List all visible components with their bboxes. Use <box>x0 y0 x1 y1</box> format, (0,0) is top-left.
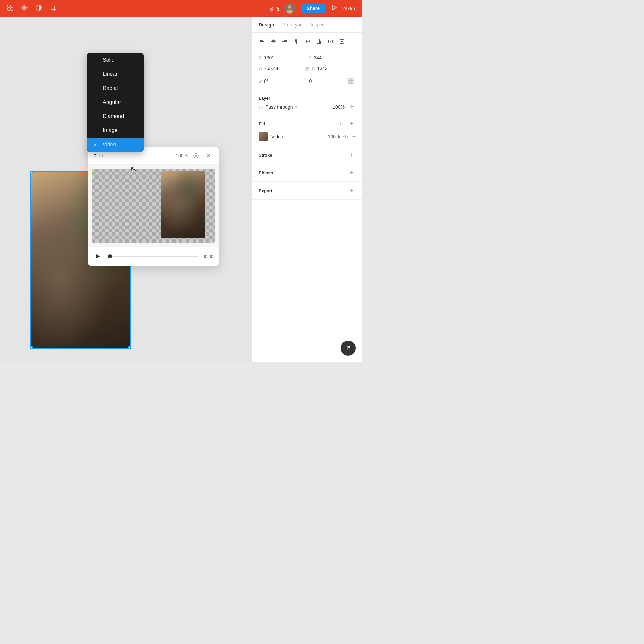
fill-circle-icon[interactable] <box>191 151 201 160</box>
svg-rect-40 <box>330 41 331 42</box>
layer-mode-caret-icon: ∨ <box>294 105 297 109</box>
angle-value[interactable]: 0° <box>264 78 301 84</box>
dropdown-label-solid: Solid <box>103 57 115 63</box>
svg-rect-15 <box>260 41 264 42</box>
svg-point-12 <box>195 155 197 157</box>
x-value[interactable]: 1301 <box>264 55 306 60</box>
svg-rect-29 <box>294 39 298 39</box>
fill-visibility-button[interactable]: 👁 <box>343 133 348 140</box>
align-top-button[interactable] <box>291 37 301 46</box>
dropdown-item-linear[interactable]: Linear <box>87 67 144 81</box>
fill-panel: Solid Linear Radial Angular Diamond Imag… <box>88 147 219 266</box>
y-value[interactable]: 344 <box>314 55 356 60</box>
layer-opacity-value[interactable]: 100% <box>333 104 345 110</box>
w-value[interactable]: 755.44 <box>264 66 303 71</box>
headphone-icon[interactable] <box>270 4 279 13</box>
play-button[interactable] <box>93 252 103 261</box>
fill-type-selector[interactable]: Fill ▾ <box>93 153 104 159</box>
dropdown-item-angular[interactable]: Angular <box>87 95 144 109</box>
align-center-v-button[interactable] <box>303 37 312 46</box>
fill-type-dropdown: Solid Linear Radial Angular Diamond Imag… <box>87 53 144 152</box>
fill-close-button[interactable]: ✕ <box>204 151 213 160</box>
h-value[interactable]: 1343 <box>317 66 356 71</box>
video-thumb-overlay <box>161 171 205 238</box>
svg-rect-5 <box>271 8 272 11</box>
layer-visibility-button[interactable]: 👁 <box>350 104 356 110</box>
svg-rect-37 <box>317 43 321 44</box>
layer-section-title: Layer <box>259 96 356 101</box>
svg-rect-21 <box>273 39 274 43</box>
canvas-area: 755.44 × 1343 · Video Solid Linear Radia… <box>0 17 252 362</box>
fill-add-button[interactable]: + <box>347 120 356 128</box>
dropdown-item-video[interactable]: ✓ Video <box>87 138 144 152</box>
dropdown-item-diamond[interactable]: Diamond <box>87 109 144 123</box>
video-time: 00:00 <box>202 254 213 259</box>
distribute-v-button[interactable] <box>337 37 346 46</box>
fill-grid-button[interactable]: ⠿ <box>337 120 345 128</box>
fill-color-thumb[interactable] <box>259 132 268 141</box>
top-bar-right: Share 24% ▾ <box>270 3 356 14</box>
svg-marker-10 <box>332 5 336 10</box>
handle-bottom-right[interactable] <box>128 346 131 349</box>
svg-rect-34 <box>318 40 318 43</box>
svg-rect-33 <box>306 41 310 42</box>
fill-type-label: Fill <box>93 153 100 159</box>
effects-section-title: Effects <box>259 170 347 175</box>
video-preview-area <box>88 165 219 247</box>
zoom-control[interactable]: 24% ▾ <box>342 6 356 11</box>
align-bottom-button[interactable] <box>314 37 324 46</box>
layer-mode-selector[interactable]: Pass through ∨ <box>265 104 330 110</box>
align-right-button[interactable] <box>280 37 289 46</box>
video-progress-bar[interactable] <box>107 256 198 257</box>
fill-section-header: Fill ⠿ + <box>259 120 356 128</box>
svg-rect-26 <box>295 39 296 42</box>
stroke-section-title: Stroke <box>259 153 347 158</box>
align-left-button[interactable] <box>257 37 267 46</box>
export-add-button[interactable]: + <box>347 186 356 195</box>
radius-value[interactable]: 0 <box>309 78 346 84</box>
svg-rect-38 <box>328 40 329 43</box>
svg-rect-44 <box>306 68 307 70</box>
top-bar: Share 24% ▾ <box>0 0 362 17</box>
panel-tabs: Design Prototype Inspect <box>252 17 362 33</box>
handle-top-left[interactable] <box>30 171 33 173</box>
svg-rect-49 <box>351 82 353 84</box>
component-icon[interactable] <box>21 4 28 13</box>
align-center-h-button[interactable] <box>269 37 278 46</box>
dropdown-item-solid[interactable]: Solid <box>87 53 144 67</box>
tab-design[interactable]: Design <box>259 22 274 32</box>
dropdown-item-image[interactable]: Image <box>87 123 144 138</box>
svg-rect-43 <box>341 41 343 42</box>
tab-inspect[interactable]: Inspect <box>311 22 326 32</box>
share-button[interactable]: Share <box>301 4 326 13</box>
user-avatar[interactable] <box>284 3 295 14</box>
w-label: W <box>259 66 264 71</box>
crop-icon[interactable] <box>49 4 56 13</box>
fill-opacity-pct[interactable]: 100% <box>328 134 340 139</box>
corner-options-button[interactable] <box>346 76 356 86</box>
play-icon[interactable] <box>331 5 337 12</box>
checkerboard-bg <box>92 169 215 243</box>
svg-rect-22 <box>284 40 287 41</box>
select-tool-icon[interactable] <box>7 4 14 13</box>
constrain-proportions-button[interactable] <box>303 64 312 73</box>
effects-add-button[interactable]: + <box>347 169 356 177</box>
zoom-caret-icon: ▾ <box>353 6 356 11</box>
handle-bottom-left[interactable] <box>30 346 33 349</box>
fill-opacity-value[interactable]: 100% <box>176 153 188 158</box>
distribute-h-button[interactable] <box>326 37 335 46</box>
svg-rect-24 <box>285 43 287 43</box>
fill-delete-button[interactable]: − <box>352 133 356 140</box>
tab-prototype[interactable]: Prototype <box>282 22 303 32</box>
video-progress-thumb[interactable] <box>108 254 112 258</box>
contrast-icon[interactable] <box>35 4 42 13</box>
help-button[interactable]: ? <box>341 341 356 356</box>
stroke-add-button[interactable]: + <box>347 151 356 159</box>
h-label: H <box>312 66 317 71</box>
svg-rect-14 <box>260 40 263 41</box>
y-label: Y <box>309 55 314 60</box>
dropdown-item-radial[interactable]: Radial <box>87 81 144 95</box>
svg-rect-2 <box>8 8 10 10</box>
svg-rect-0 <box>8 5 10 7</box>
svg-rect-46 <box>348 79 351 81</box>
